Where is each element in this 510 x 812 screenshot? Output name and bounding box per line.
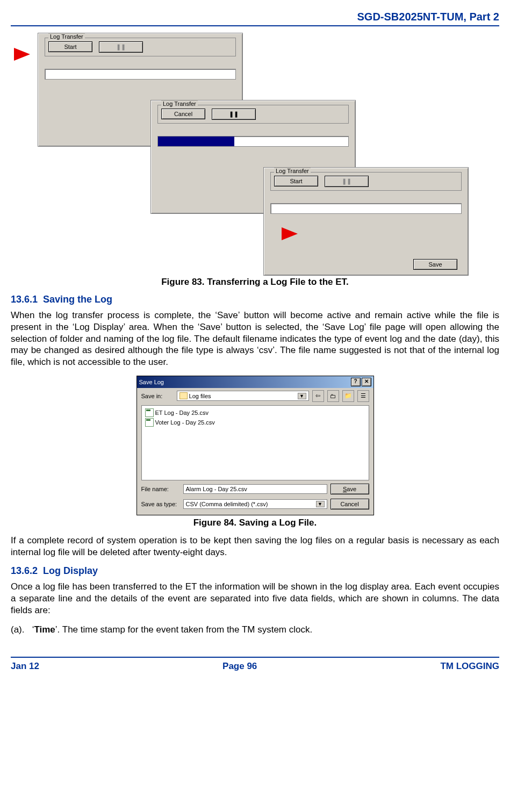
log-transfer-panel-3: Log Transfer Start ❚❚ Save (263, 167, 469, 276)
list-item[interactable]: Voter Log - Day 25.csv (144, 418, 367, 427)
doc-header: SGD-SB2025NT-TUM, Part 2 (11, 11, 499, 26)
pause-button[interactable]: ❚❚ (99, 41, 143, 53)
list-item[interactable]: ET Log - Day 25.csv (144, 408, 367, 418)
close-button[interactable]: ✕ (362, 378, 371, 386)
save-type-label: Save as type: (141, 501, 180, 507)
pause-button[interactable]: ❚❚ (212, 109, 256, 120)
file-icon (145, 408, 154, 417)
up-folder-icon[interactable]: 🗀 (327, 390, 339, 402)
section-heading: 13.6.1 Saving the Log (11, 294, 499, 305)
folder-combo[interactable]: Log files ▼ (177, 391, 309, 401)
save-button[interactable]: Save (331, 484, 369, 494)
back-icon[interactable]: ⇦ (312, 390, 324, 402)
progress-bar (157, 136, 349, 147)
cancel-button[interactable]: Cancel (161, 109, 205, 119)
section-heading: 13.6.2 Log Display (11, 565, 499, 577)
title-bar: Save Log ? ✕ (137, 376, 373, 388)
new-folder-icon[interactable]: 📁 (342, 390, 354, 402)
save-log-dialog: Save Log ? ✕ Save in: Log files ▼ ⇦ 🗀 📁 … (137, 376, 374, 515)
chevron-down-icon[interactable]: ▼ (316, 501, 325, 507)
groupbox-label: Log Transfer (48, 33, 85, 40)
figure-caption: Figure 83. Transferring a Log File to th… (11, 277, 499, 288)
cancel-button[interactable]: Cancel (331, 499, 369, 509)
footer-date: Jan 12 (11, 661, 39, 672)
file-type-combo[interactable]: CSV (Comma delimited) (*.csv) ▼ (183, 499, 327, 509)
start-button[interactable]: Start (274, 176, 318, 186)
chevron-down-icon[interactable]: ▼ (298, 393, 306, 399)
body-text: If a complete record of system operation… (11, 535, 499, 558)
footer-page: Page 96 (222, 661, 257, 672)
groupbox-label: Log Transfer (274, 168, 311, 174)
figure-caption: Figure 84. Saving a Log File. (11, 518, 499, 528)
start-button[interactable]: Start (48, 41, 92, 52)
arrow-icon (282, 227, 298, 240)
progress-bar (270, 203, 462, 214)
dialog-title: Save Log (139, 379, 164, 385)
view-menu-icon[interactable]: ☰ (357, 390, 369, 402)
body-text: Once a log file has been transferred to … (11, 581, 499, 616)
file-icon (145, 418, 154, 427)
body-text: When the log transfer process is complet… (11, 310, 499, 368)
pause-button[interactable]: ❚❚ (325, 176, 369, 187)
save-button[interactable]: Save (413, 259, 457, 270)
arrow-icon (14, 48, 30, 61)
footer-section: TM LOGGING (440, 661, 499, 672)
help-button[interactable]: ? (351, 378, 361, 386)
folder-icon (179, 392, 188, 399)
filename-input[interactable]: Alarm Log - Day 25.csv (183, 484, 327, 494)
file-list[interactable]: ET Log - Day 25.csv Voter Log - Day 25.c… (141, 405, 369, 480)
filename-label: File name: (141, 486, 180, 492)
figure-83: Log Transfer Start ❚❚ Save Log Transfer … (11, 33, 499, 275)
progress-bar (45, 69, 236, 80)
save-in-label: Save in: (141, 393, 174, 399)
page-footer: Jan 12 Page 96 TM LOGGING (11, 657, 499, 672)
groupbox-label: Log Transfer (161, 100, 198, 107)
list-item-a: (a). ‘Time’. The time stamp for the even… (11, 624, 499, 636)
